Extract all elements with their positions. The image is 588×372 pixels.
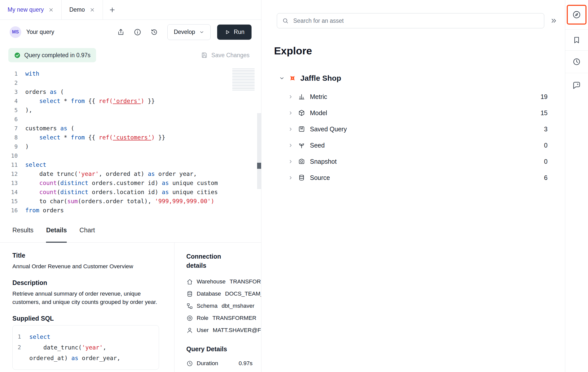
warehouse-icon [186,278,193,285]
run-label: Run [234,29,244,35]
close-tab-icon[interactable] [89,7,95,13]
new-tab-button[interactable] [103,0,122,19]
history-icon [150,28,158,36]
line-number: 9 [0,143,25,150]
line-number: 1 [18,332,29,342]
code-line: 10 [0,151,261,160]
copilot-chat-icon [572,81,581,90]
double-chevron-right-icon [550,17,557,24]
editor-minimap[interactable] [232,69,255,90]
explore-heading: Explore [274,45,557,57]
chevron-down-icon [199,30,204,35]
connection-details-heading: Connection details [186,252,242,270]
develop-label: Develop [174,29,195,35]
code-line: 16from orders [0,206,261,215]
query-status-text: Query completed in 0.97s [24,52,91,59]
asset-search-row [274,13,557,28]
project-tree-row[interactable]: Jaffle Shop [279,70,557,86]
tab-details[interactable]: Details [46,218,67,242]
model-icon [298,109,305,116]
chevron-down-icon[interactable] [279,75,285,81]
tree-row-count: 0 [544,158,548,165]
tree-row-count: 3 [544,126,548,133]
status-row: Status SUCCESSFUL [186,370,261,372]
sql-code-editor[interactable]: 1with23orders as (4 select * from {{ ref… [0,66,261,218]
explore-tree-row-metric[interactable]: Metric19 [288,89,548,105]
code-line: 2 date_trunc('year', [18,342,154,353]
tree-row-label: Source [310,174,330,181]
line-number: 12 [0,171,25,177]
tab-results[interactable]: Results [12,218,33,242]
duration-label: Duration [197,360,218,367]
code-line: ordered_at) as order_year, [18,353,154,363]
history-rail-button[interactable] [565,51,588,73]
line-number [18,353,29,363]
chevron-right-icon [288,175,293,180]
asset-search-box[interactable] [277,13,544,28]
project-name: Jaffle Shop [300,74,341,82]
title-value: Annual Order Revenue and Customer Overvi… [12,262,159,271]
user-icon [186,327,193,334]
editor-tab-bar: My new query Demo [0,0,261,20]
tab-label: Chart [79,226,95,234]
connection-detail-role: RoleTRANSFORMER [186,312,261,324]
develop-dropdown[interactable]: Develop [167,24,210,40]
bookmarks-rail-button[interactable] [565,30,588,51]
editor-status-bar: Query completed in 0.97s Save Changes [0,44,261,66]
code-line: 12 date_trunc('year', ordered_at) as ord… [0,169,261,178]
connection-value: TRANSFORMER [212,315,256,321]
chevron-right-icon [288,94,293,99]
description-value: Retrieve annual summary of order revenue… [12,290,159,306]
code-line: 1select [18,332,154,342]
query-editor-pane: My new query Demo MS Your query [0,0,261,372]
version-history-button[interactable] [150,28,159,37]
code-line: 14 count(distinct orders.location_id) as… [0,188,261,197]
details-panel: Title Annual Order Revenue and Customer … [0,243,261,372]
connection-detail-user: UserMATT.SHAVER@FI [186,324,261,336]
tree-row-label: Snapshot [310,158,337,165]
save-changes-button[interactable]: Save Changes [201,52,250,59]
code-line: 3orders as ( [0,87,261,96]
query-title: Your query [26,29,54,35]
tab-label: My new query [8,6,44,13]
tab-my-new-query[interactable]: My new query [0,0,62,19]
explore-rail-button[interactable] [567,5,586,25]
code-line: 2 [0,78,261,87]
title-heading: Title [12,252,159,259]
supplied-sql-code-block: 1select2 date_trunc('year',ordered_at) a… [12,325,159,370]
tab-demo[interactable]: Demo [62,0,103,19]
info-button[interactable] [133,28,142,37]
editor-scrollbar-thumb[interactable] [257,163,261,169]
details-left-column: Title Annual Order Revenue and Customer … [0,243,174,372]
connection-label: Schema [197,303,218,309]
search-input[interactable] [293,17,539,25]
explore-tree-row-saved-query[interactable]: Saved Query3 [288,121,548,137]
explore-tree-row-model[interactable]: Model15 [288,105,548,121]
tree-row-label: Saved Query [310,126,347,133]
query-details-heading: Query Details [186,344,261,354]
code-lines: 1with23orders as (4 select * from {{ ref… [0,69,261,215]
tab-chart[interactable]: Chart [79,218,95,242]
connection-label: Database [197,291,221,297]
code-line: 7customers as ( [0,124,261,133]
connection-value: TRANSFORMER [230,278,261,285]
schema-icon [186,303,193,309]
tree-row-count: 19 [540,93,548,100]
info-icon [133,28,142,36]
explore-tree-row-snapshot[interactable]: Snapshot0 [288,153,548,170]
tab-label: Details [46,226,67,234]
share-button[interactable] [116,28,125,37]
results-tab-bar: Results Details Chart [0,218,261,243]
copilot-rail-button[interactable] [565,73,588,97]
explore-tree-row-seed[interactable]: Seed0 [288,137,548,153]
run-button[interactable]: Run [217,25,252,40]
source-icon [298,174,305,181]
collapse-panel-button[interactable] [550,17,557,24]
code-line: 8 select * from {{ ref('customers') }} [0,133,261,142]
editor-scrollbar[interactable] [257,113,261,189]
close-tab-icon[interactable] [48,7,54,13]
explore-tree-row-source[interactable]: Source6 [288,170,548,186]
play-icon [224,29,230,35]
save-icon [201,52,208,59]
line-number: 8 [0,134,25,141]
